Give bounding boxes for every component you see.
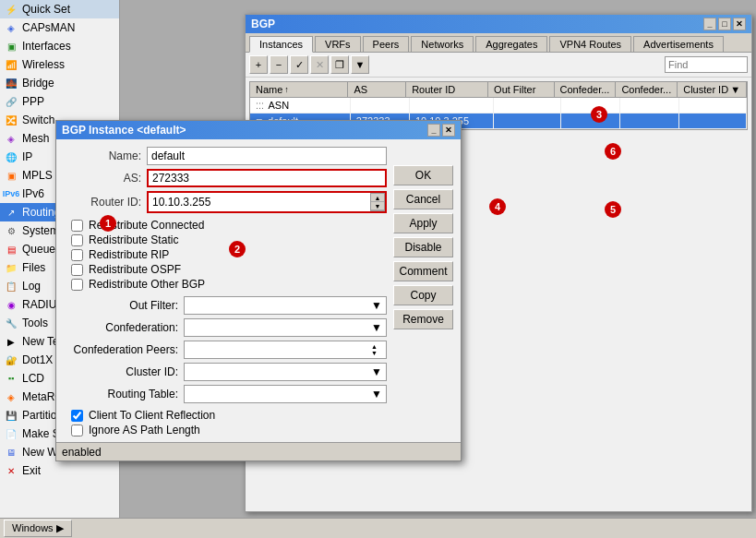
out-filter-label: Out Filter: bbox=[64, 299, 184, 312]
tab-networks[interactable]: Networks bbox=[411, 36, 474, 52]
redistribute-other-bgp-label: Redistribute Other BGP bbox=[89, 278, 205, 291]
dot1x-icon: 🔐 bbox=[4, 353, 18, 367]
close-button[interactable]: ✕ bbox=[733, 18, 746, 30]
copy-toolbar-button[interactable]: ❐ bbox=[330, 55, 349, 74]
sidebar-item-capsman[interactable]: ◈ CAPsMAN bbox=[0, 18, 119, 37]
queues-icon: ▤ bbox=[4, 242, 18, 257]
sidebar-item-label: Tools bbox=[22, 317, 48, 329]
redistribute-ospf-checkbox[interactable] bbox=[71, 264, 83, 276]
col-routerid-header[interactable]: Router ID bbox=[406, 82, 488, 97]
out-filter-input[interactable]: ▼ bbox=[184, 296, 387, 315]
confederation-row: Confederation: ▼ bbox=[64, 318, 387, 337]
cluster-id-dropdown-icon[interactable]: ▼ bbox=[371, 365, 382, 378]
sidebar-item-label: Mesh bbox=[22, 132, 49, 145]
table-header: Name AS Router ID Out Filter Confeder...… bbox=[250, 82, 747, 98]
make-supout-icon: 📄 bbox=[4, 426, 18, 441]
redistribute-other-bgp-checkbox[interactable] bbox=[71, 279, 83, 291]
tab-advertisements[interactable]: Advertisements bbox=[633, 36, 724, 52]
tab-vpn4routes[interactable]: VPN4 Routes bbox=[549, 36, 631, 52]
out-filter-row: Out Filter: ▼ bbox=[64, 296, 387, 315]
redistribute-rip-checkbox[interactable] bbox=[71, 249, 83, 261]
sidebar-item-label: Switch bbox=[22, 114, 54, 126]
peers-down-icon[interactable]: ▼ bbox=[371, 350, 382, 356]
routing-table-label: Routing Table: bbox=[64, 388, 184, 401]
sidebar-item-label: Exit bbox=[22, 464, 41, 477]
router-id-field: ▲ ▼ bbox=[147, 191, 387, 213]
comment-button[interactable]: Comment bbox=[393, 261, 453, 281]
router-id-spinner[interactable]: ▲ ▼ bbox=[370, 193, 385, 211]
add-button[interactable]: + bbox=[249, 55, 268, 74]
name-input[interactable] bbox=[147, 147, 387, 165]
col-clusterid-header[interactable]: Cluster ID ▼ bbox=[678, 82, 747, 97]
out-filter-dropdown-icon[interactable]: ▼ bbox=[371, 299, 382, 312]
confederation-dropdown-icon[interactable]: ▼ bbox=[371, 321, 382, 334]
row-asn-outfilter bbox=[494, 98, 561, 113]
dialog-close-button[interactable]: ✕ bbox=[442, 124, 455, 137]
client-to-client-label: Client To Client Reflection bbox=[89, 409, 215, 422]
tab-instances[interactable]: Instances bbox=[249, 36, 313, 53]
col-outfilter-header[interactable]: Out Filter bbox=[488, 82, 554, 97]
row-asn-clusterid bbox=[679, 98, 747, 113]
col-name-header[interactable]: Name bbox=[250, 82, 348, 97]
sidebar-item-quickset[interactable]: ⚡ Quick Set bbox=[0, 0, 119, 18]
redistribute-static-checkbox[interactable] bbox=[71, 234, 83, 246]
cluster-id-input[interactable]: ▼ bbox=[184, 363, 387, 381]
copy-button[interactable]: Copy bbox=[393, 285, 453, 305]
maximize-button[interactable]: □ bbox=[718, 18, 731, 30]
table-row-asn[interactable]: ⁚⁚⁚ ASN bbox=[250, 98, 747, 114]
col-as-header[interactable]: AS bbox=[348, 82, 406, 97]
remove-button[interactable]: Remove bbox=[393, 309, 453, 329]
client-to-client-checkbox[interactable] bbox=[71, 410, 83, 422]
cluster-id-dropdown[interactable]: ▼ bbox=[730, 84, 740, 95]
confederation-peers-input[interactable]: ▲ ▼ bbox=[184, 341, 387, 359]
disable-button[interactable]: Disable bbox=[393, 237, 453, 257]
col-confed2-header[interactable]: Confeder... bbox=[616, 82, 678, 97]
routing-table-dropdown-icon[interactable]: ▼ bbox=[371, 388, 382, 401]
remove-button[interactable]: − bbox=[270, 55, 288, 74]
filter-button[interactable]: ▼ bbox=[351, 55, 369, 74]
dialog-minimize-button[interactable]: _ bbox=[427, 124, 440, 137]
status-text: enabled bbox=[62, 446, 102, 459]
minimize-button[interactable]: _ bbox=[703, 18, 716, 30]
sidebar-item-ppp[interactable]: 🔗 PPP bbox=[0, 92, 119, 111]
name-row: Name: bbox=[64, 147, 387, 165]
action-buttons: OK Cancel Apply Disable Comment Copy Rem… bbox=[393, 165, 453, 329]
disable-button[interactable]: ✕ bbox=[310, 55, 329, 74]
capsman-icon: ◈ bbox=[4, 20, 18, 35]
sidebar-item-interfaces[interactable]: ▣ Interfaces bbox=[0, 37, 119, 55]
ignore-as-path-checkbox[interactable] bbox=[71, 424, 83, 436]
col-confed1-header[interactable]: Confeder... bbox=[555, 82, 617, 97]
titlebar-buttons: _ □ ✕ bbox=[703, 18, 746, 30]
client-to-client-row: Client To Client Reflection bbox=[71, 409, 387, 422]
confederation-input[interactable]: ▼ bbox=[184, 318, 387, 337]
apply-button[interactable]: Apply bbox=[393, 213, 453, 233]
routing-table-input[interactable]: ▼ bbox=[184, 385, 387, 403]
spin-up[interactable]: ▲ bbox=[371, 194, 384, 202]
tab-aggregates[interactable]: Aggregates bbox=[475, 36, 547, 52]
ppp-icon: 🔗 bbox=[4, 94, 18, 109]
sidebar-item-label: Quick Set bbox=[22, 3, 70, 16]
ok-button[interactable]: OK bbox=[393, 165, 453, 185]
system-icon: ⚙ bbox=[4, 223, 18, 238]
sidebar-item-wireless[interactable]: 📶 Wireless bbox=[0, 55, 119, 74]
spin-down[interactable]: ▼ bbox=[371, 202, 384, 210]
find-input[interactable] bbox=[665, 56, 748, 73]
confederation-peers-label: Confederation Peers: bbox=[64, 343, 184, 356]
cancel-button[interactable]: Cancel bbox=[393, 189, 453, 209]
as-input[interactable] bbox=[147, 169, 387, 187]
enable-button[interactable]: ✓ bbox=[290, 55, 308, 74]
row-asn-confed2 bbox=[620, 98, 679, 113]
sidebar-item-bridge[interactable]: 🌉 Bridge bbox=[0, 74, 119, 92]
tab-peers[interactable]: Peers bbox=[363, 36, 410, 52]
redistribute-connected-checkbox[interactable] bbox=[71, 220, 83, 232]
row-asn-name: ⁚⁚⁚ ASN bbox=[250, 98, 351, 113]
peers-up-icon[interactable]: ▲ bbox=[371, 343, 382, 350]
router-id-input[interactable] bbox=[149, 193, 370, 211]
tab-vrfs[interactable]: VRFs bbox=[315, 36, 361, 52]
lcd-icon: ▪▪ bbox=[4, 371, 18, 386]
sidebar-item-exit[interactable]: ✕ Exit bbox=[0, 461, 119, 480]
windows-button[interactable]: Windows ▶ bbox=[4, 520, 72, 537]
taskbar: Windows ▶ bbox=[0, 518, 756, 538]
metarouter-icon: ◈ bbox=[4, 389, 18, 404]
sidebar-item-label: IPv6 bbox=[22, 187, 44, 200]
